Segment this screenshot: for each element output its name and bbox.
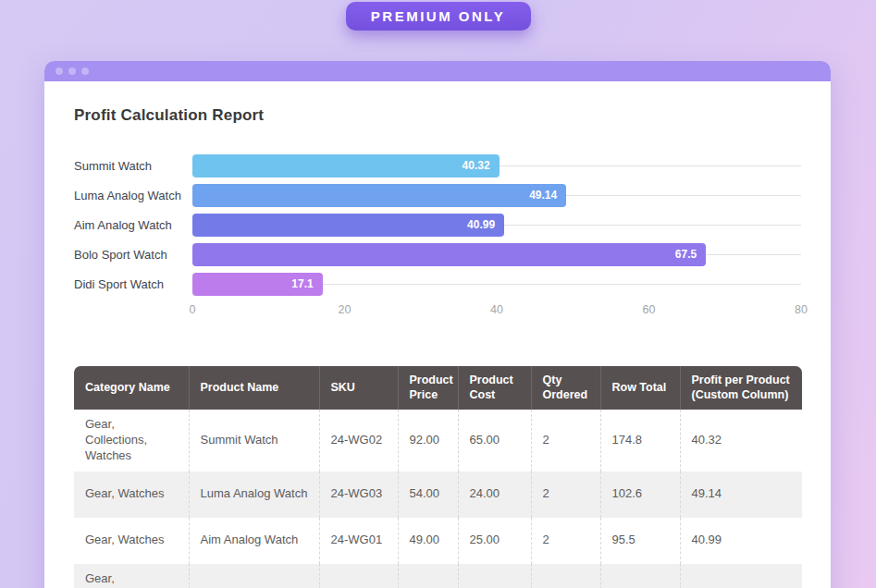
- bar-value-label: 17.1: [291, 277, 313, 290]
- table-body: Gear, Collections, WatchesSummit Watch24…: [74, 410, 802, 588]
- table-cell: 24-WG03: [319, 472, 398, 518]
- table-cell: 24.00: [458, 472, 531, 518]
- window-content: Profit Calculation Report Summit Watch40…: [44, 81, 831, 588]
- report-table: Category NameProduct NameSKUProduct Pric…: [74, 366, 802, 588]
- table-cell: 129.0: [600, 564, 680, 588]
- chart-x-axis: 020406080: [192, 303, 801, 320]
- report-window: Profit Calculation Report Summit Watch40…: [44, 61, 831, 588]
- column-header: Product Cost: [458, 366, 531, 410]
- premium-badge: PREMIUM ONLY: [346, 2, 531, 31]
- x-axis-tick: 0: [190, 303, 196, 316]
- table-cell: Summit Watch: [189, 410, 319, 472]
- bar-track: 40.99: [192, 214, 801, 237]
- table-cell: 24-WG02: [319, 410, 398, 472]
- table-cell: 2: [531, 518, 600, 564]
- table-cell: 40.99: [680, 518, 802, 564]
- table-cell: Gear, Watches: [74, 472, 189, 518]
- bar-value-label: 40.32: [463, 159, 490, 172]
- table-cell: 24-WG09: [319, 564, 398, 588]
- chart-row: Luma Analog Watch49.14: [74, 180, 801, 210]
- table-cell: Bolo Sport Watch: [189, 564, 319, 588]
- premium-badge-label: PREMIUM ONLY: [371, 8, 505, 24]
- chart-row: Aim Analog Watch40.99: [74, 210, 801, 239]
- table-cell: 40.32: [680, 410, 802, 472]
- profit-bar[interactable]: 49.14: [192, 184, 566, 207]
- bar-track: 49.14: [192, 184, 801, 207]
- table-cell: 2: [531, 472, 600, 518]
- column-header: Qty Ordered: [531, 366, 600, 410]
- table-cell: 18.00: [458, 564, 531, 588]
- window-dot-icon[interactable]: [56, 67, 63, 75]
- table-cell: 2: [531, 410, 600, 472]
- table-cell: 95.5: [600, 518, 680, 564]
- bar-value-label: 40.99: [467, 218, 495, 231]
- table-cell: Aim Analog Watch: [189, 518, 319, 564]
- column-header: Product Price: [398, 366, 458, 410]
- profit-bar[interactable]: 17.1: [192, 273, 323, 296]
- chart-row: Bolo Sport Watch67.5: [74, 239, 801, 269]
- table-row: Gear, WatchesLuma Analog Watch24-WG0354.…: [74, 472, 802, 518]
- column-header: Category Name: [74, 366, 189, 410]
- table-cell: 49.14: [680, 472, 802, 518]
- bar-category-label: Luma Analog Watch: [74, 189, 192, 202]
- window-titlebar[interactable]: [44, 61, 831, 81]
- chart-row: Didi Sport Watch17.1: [74, 269, 801, 299]
- x-axis-tick: 20: [339, 303, 352, 316]
- bar-category-label: Aim Analog Watch: [74, 218, 192, 232]
- table-row: Gear, WatchesAim Analog Watch24-WG0149.0…: [74, 518, 802, 564]
- profit-bar[interactable]: 67.5: [192, 243, 706, 266]
- bar-value-label: 67.5: [675, 248, 697, 261]
- profit-bar[interactable]: 40.99: [192, 214, 504, 237]
- table-cell: 92.00: [398, 410, 458, 472]
- table-cell: 102.6: [600, 472, 680, 518]
- table-cell: 43.00: [398, 564, 458, 588]
- bar-category-label: Didi Sport Watch: [74, 277, 192, 291]
- table-cell: 67.5: [680, 564, 802, 588]
- table-cell: 49.00: [398, 518, 458, 564]
- column-header: Profit per Product (Custom Column): [680, 366, 802, 410]
- bar-value-label: 49.14: [529, 189, 557, 202]
- table-cell: 65.00: [458, 410, 531, 472]
- bar-track: 40.32: [192, 154, 801, 178]
- report-title: Profit Calculation Report: [74, 106, 801, 125]
- table-cell: 24-WG01: [319, 518, 398, 564]
- x-axis-tick: 40: [490, 303, 503, 316]
- bar-track: 67.5: [192, 243, 801, 266]
- table-cell: Gear, Collections, Watches: [74, 564, 189, 588]
- profit-bar[interactable]: 40.32: [192, 154, 500, 178]
- window-dot-icon[interactable]: [81, 67, 89, 75]
- table-cell: 174.8: [600, 410, 680, 472]
- profit-bar-chart: Summit Watch40.32Luma Analog Watch49.14A…: [74, 151, 801, 320]
- x-axis-tick: 80: [795, 303, 808, 316]
- column-header: SKU: [319, 366, 398, 410]
- table-cell: Gear, Collections, Watches: [74, 410, 189, 472]
- table-cell: Luma Analog Watch: [189, 472, 319, 518]
- bar-track: 17.1: [192, 273, 801, 296]
- chart-row: Summit Watch40.32: [74, 151, 801, 180]
- table-cell: 54.00: [398, 472, 458, 518]
- table-cell: 25.00: [458, 518, 531, 564]
- window-dot-icon[interactable]: [68, 67, 76, 75]
- column-header: Product Name: [189, 366, 319, 410]
- table-header: Category NameProduct NameSKUProduct Pric…: [74, 366, 802, 410]
- table-row: Gear, Collections, WatchesBolo Sport Wat…: [74, 564, 802, 588]
- column-header: Row Total: [600, 366, 680, 410]
- bar-category-label: Bolo Sport Watch: [74, 248, 192, 262]
- table-cell: Gear, Watches: [74, 518, 189, 564]
- bar-category-label: Summit Watch: [74, 159, 192, 173]
- table-row: Gear, Collections, WatchesSummit Watch24…: [74, 410, 802, 472]
- chart-rows: Summit Watch40.32Luma Analog Watch49.14A…: [74, 151, 801, 299]
- table-cell: 3: [531, 564, 600, 588]
- x-axis-tick: 60: [643, 303, 656, 316]
